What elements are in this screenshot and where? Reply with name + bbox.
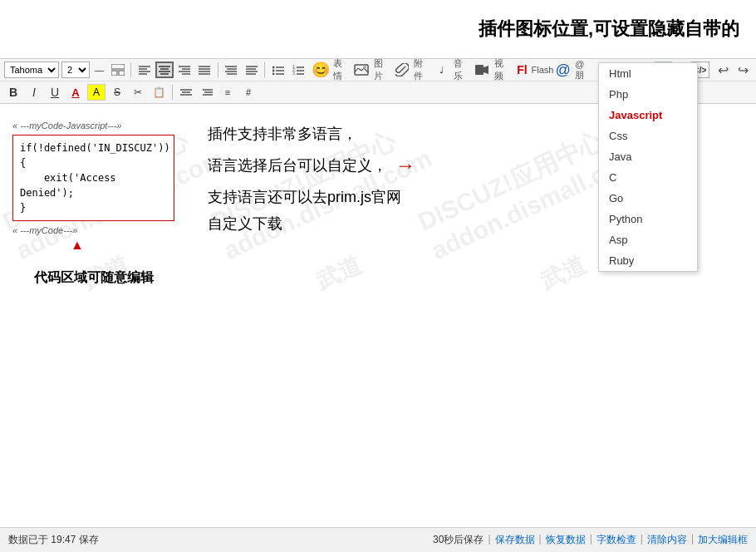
align-center-button[interactable] [155,62,173,78]
undo-button[interactable]: ↩ [714,62,732,78]
svg-point-31 [272,73,275,76]
svg-point-29 [272,70,275,72]
status-right-area: 30秒后保存 | 保存数据 | 恢复数据 | 字数检查 | 清除内容 | 加大编… [433,533,748,547]
dropdown-item-css[interactable]: Css [599,126,697,146]
smiley-button[interactable]: 😊 [312,62,330,78]
video-button[interactable] [474,62,491,78]
hr-button[interactable]: — [92,62,106,78]
svg-point-40 [363,66,366,69]
layout-button[interactable] [109,62,126,78]
row2-list1[interactable]: ≡ [218,84,237,101]
divider2 [218,62,218,77]
align-right-button[interactable] [176,62,194,78]
indent-right-button[interactable] [243,62,260,78]
dropdown-item-asp[interactable]: Asp [599,229,697,250]
sep3: | [590,533,592,547]
smiley-label: 表情 [332,62,350,78]
music-label: 音乐 [453,62,470,78]
code-line-3: } [20,200,167,215]
svg-rect-2 [119,71,125,76]
sep5: | [691,533,694,547]
divider1 [130,62,131,77]
strikethrough-button[interactable]: S [108,84,126,101]
watermark6: 武道 [536,249,592,298]
svg-point-27 [272,67,275,69]
image-button[interactable] [353,62,371,78]
music-button[interactable]: ♩ [433,62,450,78]
image-label: 图片 [373,62,390,78]
attach-button[interactable] [393,62,410,78]
row2-align1[interactable] [177,84,195,101]
row2-align2[interactable] [198,84,216,101]
underline-button[interactable]: U [46,84,64,101]
svg-text:3.: 3. [292,71,296,75]
row2-list2[interactable]: # [239,84,258,101]
code-block: « ---myCode-Javascript---» if(!defined('… [12,121,174,287]
font-size-select[interactable]: 2 [61,62,90,78]
align-left-button[interactable] [135,62,153,78]
svg-rect-41 [475,65,484,75]
code-caption: 代码区域可随意编辑 [12,269,174,287]
ol-list-button[interactable]: 1.2.3. [289,62,307,78]
svg-rect-1 [111,71,117,76]
flash-button[interactable]: Fl [513,62,531,78]
right-arrow-icon: → [395,147,415,183]
sep1: | [488,533,490,547]
font-color-button[interactable]: A [66,84,85,101]
language-dropdown: Html Php Javascript Css Java C Go Python… [598,62,698,272]
divider4 [172,85,173,100]
code-line-1: if(!defined('IN_DISCUZ')) { [20,140,167,170]
page-title: 插件图标位置,可设置隐藏自带的 [479,17,739,42]
at-button[interactable]: @ [554,62,572,78]
code-marker-top: « ---myCode-Javascript---» [12,121,174,131]
main-text-line1: 插件支持非常多语言， [208,121,590,147]
status-autosave: 30秒后保存 [433,533,484,547]
ul-list-button[interactable] [269,62,287,78]
status-left-text: 数据已于 19:47 保存 [8,533,99,547]
italic-button[interactable]: I [25,84,43,101]
dropdown-item-ruby[interactable]: Ruby [599,250,697,271]
bold-button[interactable]: B [4,84,22,101]
main-text-line2: 语言选择后台可以自定义， → [208,147,590,183]
font-family-select[interactable]: Tahoma [4,62,59,78]
attach-label: 附件 [413,62,430,78]
dropdown-item-python[interactable]: Python [599,209,697,229]
indent-left-button[interactable] [223,62,240,78]
dropdown-item-go[interactable]: Go [599,188,697,209]
svg-marker-42 [484,66,488,74]
status-bar: 数据已于 19:47 保存 30秒后保存 | 保存数据 | 恢复数据 | 字数检… [0,527,756,552]
divider3 [264,62,265,77]
dropdown-item-javascript[interactable]: Javascript [599,105,697,126]
align-justify-button[interactable] [196,62,214,78]
sep2: | [539,533,542,547]
status-expand-link[interactable]: 加大编辑框 [698,533,748,547]
at-label: @朋 [574,62,592,78]
format-btn3[interactable]: ✂ [129,84,147,101]
redo-button[interactable]: ↪ [734,62,752,78]
status-save-link[interactable]: 保存数据 [495,533,535,547]
code-line-2: exit('Access Denied'); [20,170,167,200]
main-text-line3: 支持语言还可以去prim.js官网 [208,184,590,210]
dropdown-item-html[interactable]: Html [599,63,697,84]
watermark5: 武道 [312,249,367,298]
format-btn4[interactable]: 📋 [150,84,168,101]
code-box[interactable]: if(!defined('IN_DISCUZ')) { exit('Access… [12,135,174,221]
red-arrow-up: ▲ [71,238,174,253]
video-label: 视频 [493,62,511,78]
code-marker-bottom: « ---myCode---» [12,225,174,235]
main-text-line4: 自定义下载 [208,210,590,237]
dropdown-item-java[interactable]: Java [599,146,697,167]
svg-rect-0 [111,64,125,69]
main-text-area: 插件支持非常多语言， 语言选择后台可以自定义， → 支持语言还可以去prim.j… [208,121,590,237]
status-wordcount-link[interactable]: 字数检查 [596,533,636,547]
sep4: | [641,533,643,547]
status-recover-link[interactable]: 恢复数据 [546,533,586,547]
highlight-button[interactable]: A [87,84,106,101]
flash-label: Flash [533,62,552,78]
status-clear-link[interactable]: 清除内容 [647,533,687,547]
dropdown-item-c[interactable]: C [599,167,697,188]
dropdown-item-php[interactable]: Php [599,84,697,105]
